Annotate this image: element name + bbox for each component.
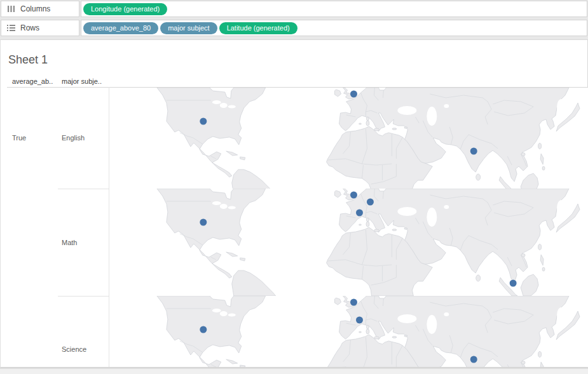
columns-shelf-tray[interactable]: Longitude (generated) bbox=[81, 1, 587, 17]
row-header-math[interactable]: Math bbox=[62, 239, 77, 246]
columns-shelf-label: Columns bbox=[1, 1, 79, 17]
rows-shelf-text: Rows bbox=[20, 23, 39, 32]
tableau-workspace: Columns Longitude (generated) Rows avera… bbox=[0, 0, 588, 374]
map-panel-science[interactable] bbox=[109, 296, 588, 367]
mark-dot[interactable] bbox=[350, 299, 357, 306]
field-label-major-subject[interactable]: major subje.. bbox=[62, 77, 102, 85]
worksheet-area: Sheet 1 average_ab.. major subje.. True … bbox=[0, 39, 588, 368]
pill-major-subject[interactable]: major subject bbox=[160, 22, 217, 34]
mark-dot[interactable] bbox=[200, 326, 207, 333]
mark-dot[interactable] bbox=[200, 118, 207, 125]
mark-dot[interactable] bbox=[367, 199, 374, 206]
rows-list-icon bbox=[7, 24, 15, 32]
mark-dot[interactable] bbox=[350, 192, 357, 199]
row-header-true[interactable]: True bbox=[12, 134, 26, 142]
columns-grid-icon bbox=[7, 5, 15, 13]
pill-average-above-80[interactable]: average_above_80 bbox=[83, 22, 158, 34]
rows-shelf-label: Rows bbox=[1, 20, 79, 36]
map-panel-english[interactable] bbox=[109, 88, 588, 189]
mark-dot[interactable] bbox=[350, 91, 357, 98]
sheet-title[interactable]: Sheet 1 bbox=[8, 53, 48, 67]
pill-longitude-generated-[interactable]: Longitude (generated) bbox=[83, 3, 167, 15]
field-label-average-above-80[interactable]: average_ab.. bbox=[12, 77, 53, 85]
map-panel-math[interactable] bbox=[109, 189, 588, 296]
row-header-english[interactable]: English bbox=[62, 134, 85, 142]
mark-dot[interactable] bbox=[200, 219, 207, 226]
mark-dot[interactable] bbox=[356, 210, 363, 217]
row-header-science[interactable]: Science bbox=[62, 345, 86, 353]
mark-dot[interactable] bbox=[356, 317, 363, 324]
pill-latitude-generated-[interactable]: Latitude (generated) bbox=[219, 22, 297, 34]
rows-shelf-tray[interactable]: average_above_80major subjectLatitude (g… bbox=[81, 20, 587, 36]
columns-shelf-text: Columns bbox=[20, 4, 50, 13]
mark-dot[interactable] bbox=[470, 148, 477, 155]
mark-dot[interactable] bbox=[470, 356, 477, 363]
bottom-scroll-strip[interactable] bbox=[0, 368, 588, 374]
mark-dot[interactable] bbox=[510, 280, 517, 287]
